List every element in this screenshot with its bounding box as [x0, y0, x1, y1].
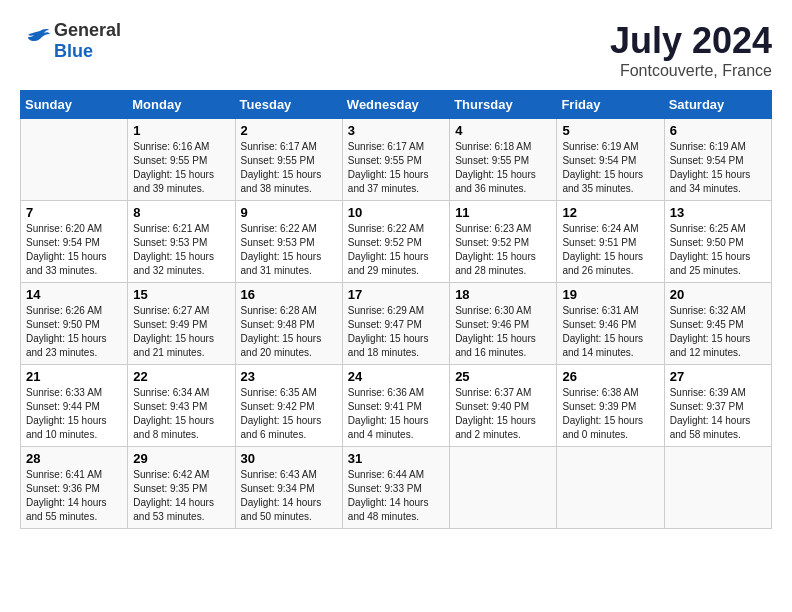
calendar-cell: 7Sunrise: 6:20 AM Sunset: 9:54 PM Daylig… [21, 201, 128, 283]
day-content: Sunrise: 6:27 AM Sunset: 9:49 PM Dayligh… [133, 304, 229, 360]
weekday-header: Tuesday [235, 91, 342, 119]
calendar-cell: 30Sunrise: 6:43 AM Sunset: 9:34 PM Dayli… [235, 447, 342, 529]
calendar-cell: 31Sunrise: 6:44 AM Sunset: 9:33 PM Dayli… [342, 447, 449, 529]
day-number: 16 [241, 287, 337, 302]
day-number: 12 [562, 205, 658, 220]
calendar-week-row: 1Sunrise: 6:16 AM Sunset: 9:55 PM Daylig… [21, 119, 772, 201]
day-content: Sunrise: 6:20 AM Sunset: 9:54 PM Dayligh… [26, 222, 122, 278]
day-content: Sunrise: 6:42 AM Sunset: 9:35 PM Dayligh… [133, 468, 229, 524]
day-content: Sunrise: 6:26 AM Sunset: 9:50 PM Dayligh… [26, 304, 122, 360]
day-content: Sunrise: 6:19 AM Sunset: 9:54 PM Dayligh… [670, 140, 766, 196]
day-number: 13 [670, 205, 766, 220]
header-row: SundayMondayTuesdayWednesdayThursdayFrid… [21, 91, 772, 119]
calendar-cell: 19Sunrise: 6:31 AM Sunset: 9:46 PM Dayli… [557, 283, 664, 365]
day-number: 24 [348, 369, 444, 384]
day-content: Sunrise: 6:25 AM Sunset: 9:50 PM Dayligh… [670, 222, 766, 278]
day-number: 9 [241, 205, 337, 220]
day-number: 4 [455, 123, 551, 138]
day-number: 10 [348, 205, 444, 220]
calendar-table: SundayMondayTuesdayWednesdayThursdayFrid… [20, 90, 772, 529]
calendar-cell: 6Sunrise: 6:19 AM Sunset: 9:54 PM Daylig… [664, 119, 771, 201]
day-number: 1 [133, 123, 229, 138]
calendar-cell: 5Sunrise: 6:19 AM Sunset: 9:54 PM Daylig… [557, 119, 664, 201]
day-content: Sunrise: 6:33 AM Sunset: 9:44 PM Dayligh… [26, 386, 122, 442]
day-content: Sunrise: 6:37 AM Sunset: 9:40 PM Dayligh… [455, 386, 551, 442]
day-number: 25 [455, 369, 551, 384]
calendar-cell: 29Sunrise: 6:42 AM Sunset: 9:35 PM Dayli… [128, 447, 235, 529]
day-number: 21 [26, 369, 122, 384]
day-content: Sunrise: 6:21 AM Sunset: 9:53 PM Dayligh… [133, 222, 229, 278]
day-number: 7 [26, 205, 122, 220]
day-number: 31 [348, 451, 444, 466]
weekday-header: Thursday [450, 91, 557, 119]
calendar-cell: 15Sunrise: 6:27 AM Sunset: 9:49 PM Dayli… [128, 283, 235, 365]
calendar-week-row: 7Sunrise: 6:20 AM Sunset: 9:54 PM Daylig… [21, 201, 772, 283]
day-number: 3 [348, 123, 444, 138]
calendar-cell: 21Sunrise: 6:33 AM Sunset: 9:44 PM Dayli… [21, 365, 128, 447]
day-content: Sunrise: 6:23 AM Sunset: 9:52 PM Dayligh… [455, 222, 551, 278]
calendar-cell: 28Sunrise: 6:41 AM Sunset: 9:36 PM Dayli… [21, 447, 128, 529]
weekday-header: Saturday [664, 91, 771, 119]
calendar-cell [557, 447, 664, 529]
day-number: 18 [455, 287, 551, 302]
calendar-cell: 25Sunrise: 6:37 AM Sunset: 9:40 PM Dayli… [450, 365, 557, 447]
day-number: 6 [670, 123, 766, 138]
calendar-cell: 12Sunrise: 6:24 AM Sunset: 9:51 PM Dayli… [557, 201, 664, 283]
day-content: Sunrise: 6:24 AM Sunset: 9:51 PM Dayligh… [562, 222, 658, 278]
day-content: Sunrise: 6:39 AM Sunset: 9:37 PM Dayligh… [670, 386, 766, 442]
day-content: Sunrise: 6:19 AM Sunset: 9:54 PM Dayligh… [562, 140, 658, 196]
calendar-cell: 24Sunrise: 6:36 AM Sunset: 9:41 PM Dayli… [342, 365, 449, 447]
day-number: 8 [133, 205, 229, 220]
day-content: Sunrise: 6:44 AM Sunset: 9:33 PM Dayligh… [348, 468, 444, 524]
day-content: Sunrise: 6:18 AM Sunset: 9:55 PM Dayligh… [455, 140, 551, 196]
day-number: 2 [241, 123, 337, 138]
day-number: 22 [133, 369, 229, 384]
day-number: 19 [562, 287, 658, 302]
day-content: Sunrise: 6:43 AM Sunset: 9:34 PM Dayligh… [241, 468, 337, 524]
day-number: 14 [26, 287, 122, 302]
calendar-week-row: 14Sunrise: 6:26 AM Sunset: 9:50 PM Dayli… [21, 283, 772, 365]
calendar-cell: 18Sunrise: 6:30 AM Sunset: 9:46 PM Dayli… [450, 283, 557, 365]
calendar-cell: 16Sunrise: 6:28 AM Sunset: 9:48 PM Dayli… [235, 283, 342, 365]
weekday-header: Friday [557, 91, 664, 119]
calendar-cell: 17Sunrise: 6:29 AM Sunset: 9:47 PM Dayli… [342, 283, 449, 365]
day-content: Sunrise: 6:32 AM Sunset: 9:45 PM Dayligh… [670, 304, 766, 360]
calendar-week-row: 21Sunrise: 6:33 AM Sunset: 9:44 PM Dayli… [21, 365, 772, 447]
day-number: 5 [562, 123, 658, 138]
calendar-cell: 11Sunrise: 6:23 AM Sunset: 9:52 PM Dayli… [450, 201, 557, 283]
logo: General Blue [20, 20, 121, 62]
calendar-body: 1Sunrise: 6:16 AM Sunset: 9:55 PM Daylig… [21, 119, 772, 529]
day-content: Sunrise: 6:17 AM Sunset: 9:55 PM Dayligh… [241, 140, 337, 196]
day-number: 26 [562, 369, 658, 384]
calendar-cell [21, 119, 128, 201]
day-content: Sunrise: 6:34 AM Sunset: 9:43 PM Dayligh… [133, 386, 229, 442]
calendar-cell: 22Sunrise: 6:34 AM Sunset: 9:43 PM Dayli… [128, 365, 235, 447]
title-block: July 2024 Fontcouverte, France [610, 20, 772, 80]
day-content: Sunrise: 6:29 AM Sunset: 9:47 PM Dayligh… [348, 304, 444, 360]
calendar-cell: 13Sunrise: 6:25 AM Sunset: 9:50 PM Dayli… [664, 201, 771, 283]
calendar-cell: 27Sunrise: 6:39 AM Sunset: 9:37 PM Dayli… [664, 365, 771, 447]
calendar-cell: 8Sunrise: 6:21 AM Sunset: 9:53 PM Daylig… [128, 201, 235, 283]
calendar-header: SundayMondayTuesdayWednesdayThursdayFrid… [21, 91, 772, 119]
day-content: Sunrise: 6:16 AM Sunset: 9:55 PM Dayligh… [133, 140, 229, 196]
day-content: Sunrise: 6:38 AM Sunset: 9:39 PM Dayligh… [562, 386, 658, 442]
calendar-cell: 26Sunrise: 6:38 AM Sunset: 9:39 PM Dayli… [557, 365, 664, 447]
day-content: Sunrise: 6:17 AM Sunset: 9:55 PM Dayligh… [348, 140, 444, 196]
calendar-cell: 4Sunrise: 6:18 AM Sunset: 9:55 PM Daylig… [450, 119, 557, 201]
weekday-header: Monday [128, 91, 235, 119]
day-number: 11 [455, 205, 551, 220]
calendar-cell: 1Sunrise: 6:16 AM Sunset: 9:55 PM Daylig… [128, 119, 235, 201]
day-content: Sunrise: 6:36 AM Sunset: 9:41 PM Dayligh… [348, 386, 444, 442]
calendar-cell: 9Sunrise: 6:22 AM Sunset: 9:53 PM Daylig… [235, 201, 342, 283]
day-number: 29 [133, 451, 229, 466]
day-content: Sunrise: 6:30 AM Sunset: 9:46 PM Dayligh… [455, 304, 551, 360]
day-number: 30 [241, 451, 337, 466]
day-number: 20 [670, 287, 766, 302]
weekday-header: Wednesday [342, 91, 449, 119]
calendar-cell: 23Sunrise: 6:35 AM Sunset: 9:42 PM Dayli… [235, 365, 342, 447]
month-title: July 2024 [610, 20, 772, 62]
day-number: 28 [26, 451, 122, 466]
calendar-cell: 10Sunrise: 6:22 AM Sunset: 9:52 PM Dayli… [342, 201, 449, 283]
calendar-cell: 20Sunrise: 6:32 AM Sunset: 9:45 PM Dayli… [664, 283, 771, 365]
weekday-header: Sunday [21, 91, 128, 119]
